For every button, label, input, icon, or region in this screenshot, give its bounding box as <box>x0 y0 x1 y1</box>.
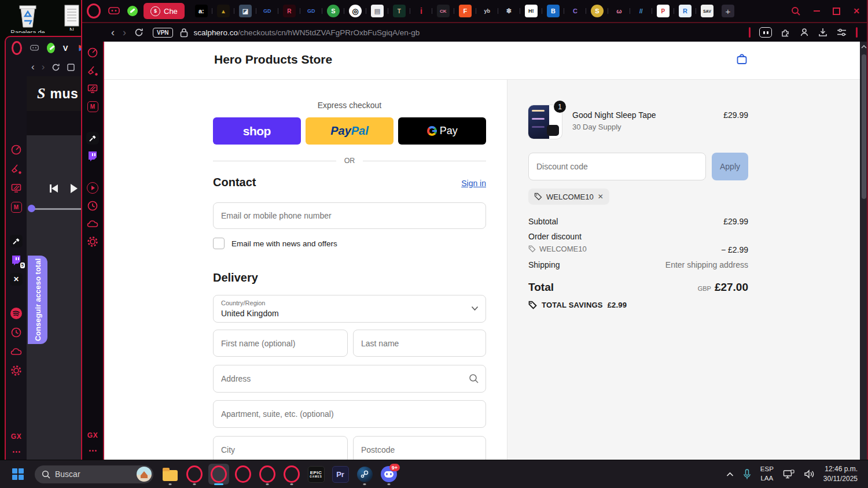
reload-icon[interactable] <box>134 28 144 37</box>
tab-sav[interactable]: SAV <box>701 5 713 17</box>
cart-button[interactable] <box>735 52 749 66</box>
paypal-button[interactable]: PayPal <box>306 117 394 145</box>
tab-snow[interactable]: ❄ <box>503 5 516 17</box>
tab-b-blue[interactable]: B <box>547 5 560 17</box>
messenger-m-icon[interactable]: M <box>86 100 99 113</box>
minimize-button[interactable] <box>814 10 820 12</box>
tab-i-red[interactable]: i <box>415 5 428 17</box>
premium-promo-button[interactable]: Conseguir acceso total <box>28 256 47 344</box>
tab-gd-2[interactable]: GD <box>305 5 318 17</box>
file-explorer-icon[interactable] <box>160 464 181 485</box>
twitch-icon[interactable]: 5 <box>10 254 23 267</box>
tab-s-gold[interactable]: S <box>591 5 604 17</box>
address-input[interactable] <box>213 365 486 393</box>
history-clock-icon[interactable] <box>86 199 99 212</box>
network-icon[interactable] <box>783 469 795 479</box>
play-icon[interactable] <box>71 184 78 193</box>
language-indicator[interactable]: ESPLAA <box>760 465 774 483</box>
opera-gx-window-5[interactable] <box>281 464 302 485</box>
maximize-button[interactable] <box>833 8 840 15</box>
volume-icon[interactable] <box>804 469 814 479</box>
settings-gear-icon[interactable] <box>86 235 99 248</box>
tab-bear[interactable]: T <box>393 5 406 17</box>
apply-discount-button[interactable]: Apply <box>712 153 748 180</box>
opera-gx-window-1[interactable] <box>184 464 205 485</box>
panel-settings-icon[interactable] <box>836 28 847 37</box>
gx-corner-icon[interactable] <box>108 6 120 16</box>
country-select[interactable]: Country/Region United Kingdom <box>213 295 486 323</box>
sidebar-more-icon[interactable] <box>13 451 20 453</box>
vpn-badge[interactable]: VPN <box>153 28 173 38</box>
player-panel-icon[interactable] <box>759 27 772 38</box>
notepad-desktop-icon[interactable]: N <box>60 5 83 31</box>
tab-gold-a[interactable]: ▲ <box>217 5 230 17</box>
back-icon[interactable]: ‹ <box>31 61 35 73</box>
extensions-icon[interactable] <box>780 27 791 38</box>
reload-icon[interactable] <box>52 63 60 72</box>
forward-icon[interactable]: › <box>42 61 45 73</box>
player-play-icon[interactable] <box>86 182 99 194</box>
streaming-tv-icon[interactable] <box>10 182 23 194</box>
last-name-input[interactable] <box>353 330 486 357</box>
tab-cat-purple[interactable]: C <box>569 5 582 17</box>
close-button[interactable]: ✕ <box>853 7 860 15</box>
start-button[interactable] <box>8 464 28 485</box>
messenger-m-icon[interactable]: M <box>10 201 23 213</box>
taskbar-search[interactable]: Buscar <box>35 465 153 483</box>
address-url[interactable]: scalphero.co/checkouts/cn/hWN5tdZVAFgPRr… <box>194 28 744 37</box>
v-tab-icon[interactable]: V <box>63 44 68 53</box>
opera-menu-icon[interactable] <box>87 3 101 19</box>
speed-dial-icon[interactable] <box>86 46 99 59</box>
first-name-input[interactable] <box>213 330 348 357</box>
discount-code-input[interactable] <box>528 153 706 180</box>
easy-setup-broom-icon[interactable] <box>86 64 99 77</box>
recycle-bin-desktop-icon[interactable]: Papelera de reciclaje <box>9 2 46 33</box>
spotify-icon[interactable] <box>10 307 23 320</box>
profile-icon[interactable] <box>799 27 810 38</box>
tab-green-extension[interactable] <box>127 6 138 16</box>
speed-dial-icon[interactable] <box>10 143 23 156</box>
sidebar-more-icon[interactable] <box>89 450 97 452</box>
epic-games-icon[interactable]: EPICGAMES <box>306 464 326 485</box>
tab-photo[interactable]: ◪ <box>239 5 252 17</box>
tab-r-blue[interactable]: R <box>679 5 692 17</box>
scrollbar-thumb[interactable] <box>862 54 866 199</box>
tab-gd-1[interactable]: GD <box>261 5 274 17</box>
downloads-icon[interactable] <box>818 27 828 38</box>
tab-pdf[interactable]: P <box>657 5 670 17</box>
city-input[interactable] <box>213 436 348 460</box>
remove-discount-icon[interactable]: ✕ <box>598 193 604 201</box>
opera-gx-window-4[interactable] <box>257 464 278 485</box>
google-pay-button[interactable]: Pay <box>398 117 486 145</box>
tab-yabw[interactable]: yb <box>481 5 494 17</box>
premiere-pro-icon[interactable]: Pr <box>330 464 351 485</box>
twitch-icon[interactable] <box>86 150 99 162</box>
discord-icon[interactable]: 9+ <box>378 464 399 485</box>
tab-f-orange[interactable]: F <box>459 5 472 17</box>
sign-in-link[interactable]: Sign in <box>461 179 486 188</box>
scroll-up-icon[interactable] <box>861 45 867 49</box>
x-twitter-icon[interactable]: ✕ <box>10 273 23 286</box>
tab-outline-icon[interactable] <box>67 64 75 71</box>
tab-curvy[interactable]: CK <box>437 5 450 17</box>
lock-icon[interactable] <box>180 28 188 38</box>
new-tab-button[interactable]: + <box>722 5 734 17</box>
email-input[interactable] <box>213 202 486 229</box>
postcode-input[interactable] <box>353 436 486 460</box>
gx-store-button[interactable]: GX <box>87 431 98 439</box>
back-icon[interactable]: ‹ <box>111 27 115 38</box>
builder-hammer-icon[interactable] <box>86 132 99 145</box>
history-clock-icon[interactable] <box>10 326 23 339</box>
forward-icon[interactable]: › <box>123 27 126 38</box>
player-progress-knob[interactable] <box>28 205 35 212</box>
streaming-tv-icon[interactable] <box>86 82 99 95</box>
tab-h[interactable]: H! <box>525 5 538 17</box>
microphone-icon[interactable] <box>743 469 751 480</box>
tab-racing[interactable]: R <box>283 5 296 17</box>
easy-setup-broom-icon[interactable] <box>10 162 23 175</box>
cloud-icon[interactable] <box>10 345 23 358</box>
apartment-input[interactable] <box>213 400 486 428</box>
previous-track-icon[interactable] <box>50 184 58 193</box>
tab-spiral[interactable]: ◎ <box>349 5 362 17</box>
green-extension-icon[interactable] <box>47 43 55 53</box>
